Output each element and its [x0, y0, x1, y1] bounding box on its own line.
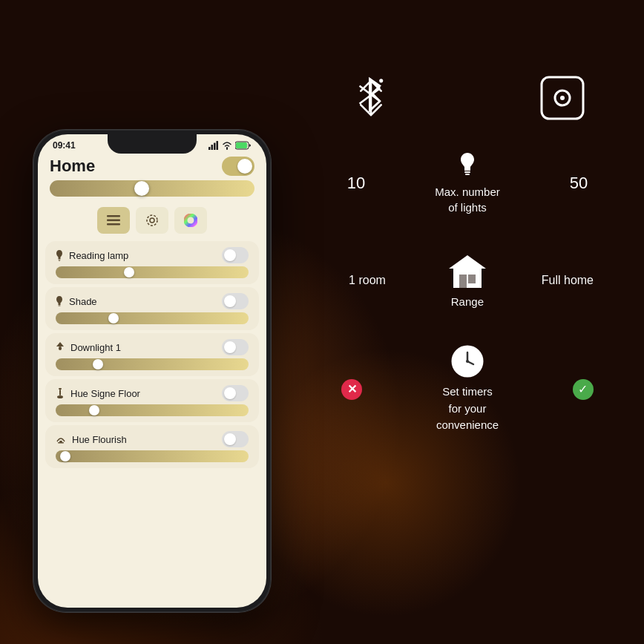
light-name-1: Reading lamp [69, 250, 128, 261]
light-slider-thumb-2 [108, 313, 119, 323]
lights-center: Max. numberof lights [435, 151, 500, 215]
light-slider-thumb-4 [89, 405, 99, 415]
light-header-2: Shade [56, 293, 249, 309]
status-icons [208, 141, 252, 150]
light-header-4: Hue Signe Floor [56, 385, 249, 401]
light-toggle-4[interactable] [222, 385, 249, 401]
light-header-1: Reading lamp [56, 247, 249, 263]
light-name-5: Hue Flourish [72, 434, 127, 445]
svg-rect-25 [59, 260, 61, 260]
brightness-thumb [134, 181, 149, 196]
svg-rect-4 [464, 171, 470, 173]
svg-rect-27 [59, 306, 61, 306]
light-slider-thumb-5 [60, 451, 70, 461]
svg-rect-26 [59, 260, 60, 261]
svg-rect-31 [59, 388, 62, 390]
svg-rect-29 [59, 390, 61, 395]
lights-row: 10 Max. numberof lights 50 [319, 151, 616, 215]
svg-point-3 [560, 96, 565, 100]
home-toggle[interactable] [222, 157, 254, 176]
lights-label: Max. numberof lights [435, 184, 500, 215]
svg-point-0 [379, 79, 383, 82]
light-slider-thumb-3 [93, 359, 103, 369]
light-toggle-5[interactable] [222, 431, 249, 447]
signe-icon-4 [56, 387, 65, 399]
svg-rect-13 [208, 147, 211, 150]
color-icon [184, 214, 197, 227]
svg-rect-18 [236, 142, 247, 148]
timers-row: ✕ Set timersfor yourconvenience ✓ [319, 345, 616, 434]
light-name-2: Shade [69, 296, 97, 307]
tab-settings[interactable] [136, 207, 168, 234]
light-name-row-3: Downlight 1 [56, 341, 121, 353]
range-min-value: 1 room [341, 274, 393, 287]
brightness-container [38, 179, 266, 203]
light-name-row-1: Reading lamp [56, 249, 128, 261]
svg-rect-33 [58, 442, 64, 444]
light-name-row-4: Hue Signe Floor [56, 387, 140, 399]
bluetooth-container [349, 76, 393, 120]
svg-rect-21 [107, 223, 120, 226]
light-name-4: Hue Signe Floor [70, 388, 140, 399]
phone-outer: 09:41 [33, 130, 271, 612]
light-slider-5[interactable] [56, 450, 249, 462]
status-time: 09:41 [53, 140, 76, 151]
lights-min-value: 10 [341, 174, 371, 193]
timers-center: Set timersfor yourconvenience [436, 345, 499, 434]
phone-screen: 09:41 [38, 134, 266, 608]
light-item-3: Downlight 1 [45, 333, 259, 376]
light-header-3: Downlight 1 [56, 339, 249, 355]
range-center: Range [447, 252, 487, 308]
svg-rect-32 [59, 441, 62, 442]
app-title: Home [50, 157, 95, 176]
svg-rect-7 [468, 275, 476, 283]
light-name-3: Downlight 1 [70, 342, 121, 353]
hub-container [539, 74, 586, 122]
svg-rect-28 [59, 346, 62, 350]
svg-rect-15 [214, 143, 216, 151]
clock-icon [451, 345, 484, 378]
light-item-4: Hue Signe Floor [45, 379, 259, 422]
tab-bar [38, 203, 266, 238]
house-icon [447, 252, 487, 289]
light-toggle-2[interactable] [222, 293, 249, 309]
app-header: Home [38, 151, 266, 179]
svg-point-22 [150, 218, 154, 223]
wifi-icon [222, 141, 232, 150]
tab-list[interactable] [97, 207, 130, 234]
light-name-row-2: Shade [56, 295, 97, 307]
bulb-icon [459, 151, 476, 177]
light-bulb-icon-1 [56, 249, 63, 261]
svg-rect-19 [107, 215, 120, 217]
brightness-track[interactable] [50, 180, 254, 197]
light-item-2: Shade [45, 287, 259, 330]
svg-point-30 [57, 395, 63, 398]
lights-max-value: 50 [564, 174, 594, 193]
svg-rect-16 [217, 141, 219, 150]
svg-point-23 [147, 215, 157, 226]
light-toggle-3[interactable] [222, 339, 249, 355]
light-name-row-5: Hue Flourish [56, 434, 127, 445]
range-label: Range [451, 295, 484, 308]
svg-rect-5 [465, 174, 470, 175]
phone-mockup: 09:41 [33, 130, 271, 612]
svg-point-24 [185, 215, 196, 226]
light-slider-3[interactable] [56, 358, 249, 370]
svg-rect-14 [211, 145, 214, 150]
settings-icon [145, 214, 159, 227]
svg-rect-6 [459, 275, 467, 288]
light-toggle-1[interactable] [222, 247, 249, 263]
light-item-5: Hue Flourish [45, 425, 259, 468]
light-slider-1[interactable] [56, 266, 249, 278]
top-icons-row [319, 74, 616, 122]
tab-color[interactable] [174, 207, 207, 234]
light-slider-2[interactable] [56, 312, 249, 324]
light-slider-4[interactable] [56, 404, 249, 416]
range-row: 1 room Range Full home [319, 252, 616, 308]
svg-point-12 [466, 360, 469, 363]
timers-no-icon: ✕ [341, 379, 362, 400]
bluetooth-icon [349, 76, 393, 120]
phone-notch [108, 134, 197, 154]
range-max-value: Full home [542, 274, 594, 287]
downlight-icon-3 [56, 341, 65, 353]
